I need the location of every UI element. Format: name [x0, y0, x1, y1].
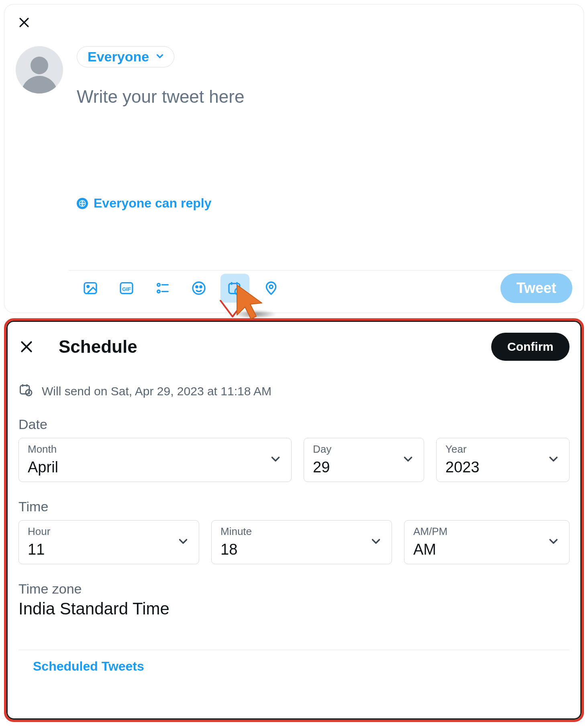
chevron-down-icon	[547, 535, 560, 550]
year-value: 2023	[445, 459, 560, 476]
svg-text:GIF: GIF	[122, 286, 131, 292]
chevron-down-icon	[547, 452, 560, 468]
svg-point-12	[196, 286, 198, 288]
schedule-title: Schedule	[59, 337, 467, 357]
avatar	[16, 46, 63, 94]
month-select[interactable]: Month April	[18, 438, 292, 482]
year-select[interactable]: Year 2023	[436, 438, 570, 482]
confirm-button[interactable]: Confirm	[491, 333, 570, 361]
day-value: 29	[313, 459, 415, 476]
month-value: April	[28, 459, 282, 476]
calendar-clock-icon	[18, 382, 33, 400]
hour-label: Hour	[28, 525, 190, 538]
day-select[interactable]: Day 29	[304, 438, 424, 482]
will-send-text: Will send on Sat, Apr 29, 2023 at 11:18 …	[42, 384, 272, 398]
compose-tweet-modal: Everyone Write your tweet here	[4, 4, 584, 313]
poll-icon[interactable]	[148, 274, 177, 303]
chevron-down-icon	[401, 452, 415, 468]
schedule-modal: Schedule Confirm Will send on Sat, Apr 2…	[4, 318, 584, 722]
time-section-label: Time	[18, 499, 570, 514]
svg-point-4	[87, 285, 89, 287]
scheduled-tweets-link[interactable]: Scheduled Tweets	[18, 659, 570, 674]
svg-line-19	[238, 292, 239, 293]
tweet-button[interactable]: Tweet	[500, 273, 572, 303]
reply-label: Everyone can reply	[94, 196, 211, 211]
svg-point-11	[193, 282, 205, 294]
day-label: Day	[313, 443, 415, 456]
image-icon[interactable]	[76, 274, 105, 303]
globe-icon	[77, 198, 88, 209]
timezone-value: India Standard Time	[18, 599, 570, 618]
minute-value: 18	[220, 541, 383, 558]
compose-toolbar: GIF	[76, 273, 572, 303]
audience-selector[interactable]: Everyone	[77, 46, 174, 67]
ampm-value: AM	[413, 541, 560, 558]
reply-settings[interactable]: Everyone can reply	[77, 196, 211, 211]
hour-select[interactable]: Hour 11	[18, 520, 199, 564]
gif-icon[interactable]: GIF	[112, 274, 141, 303]
ampm-label: AM/PM	[413, 525, 560, 538]
ampm-select[interactable]: AM/PM AM	[404, 520, 570, 564]
svg-point-9	[157, 290, 160, 293]
will-send-note: Will send on Sat, Apr 29, 2023 at 11:18 …	[18, 382, 570, 400]
schedule-icon[interactable]	[220, 274, 249, 303]
hour-value: 11	[28, 541, 190, 558]
close-icon[interactable]	[18, 339, 35, 355]
svg-line-28	[29, 393, 30, 394]
chevron-down-icon	[176, 535, 190, 550]
date-section-label: Date	[18, 417, 570, 432]
chevron-down-icon	[269, 452, 282, 468]
divider	[69, 270, 572, 270]
svg-point-7	[157, 283, 160, 286]
month-label: Month	[28, 443, 282, 456]
svg-point-20	[270, 285, 273, 289]
tweet-textarea[interactable]: Write your tweet here	[77, 87, 572, 107]
svg-point-13	[200, 286, 202, 288]
audience-label: Everyone	[88, 49, 149, 65]
year-label: Year	[445, 443, 560, 456]
close-icon[interactable]	[17, 16, 31, 29]
divider	[18, 650, 570, 650]
chevron-down-icon	[369, 535, 383, 550]
chevron-down-icon	[155, 49, 165, 65]
minute-label: Minute	[220, 525, 383, 538]
timezone-section-label: Time zone	[18, 581, 570, 597]
minute-select[interactable]: Minute 18	[211, 520, 392, 564]
location-icon[interactable]	[257, 274, 286, 303]
emoji-icon[interactable]	[184, 274, 213, 303]
